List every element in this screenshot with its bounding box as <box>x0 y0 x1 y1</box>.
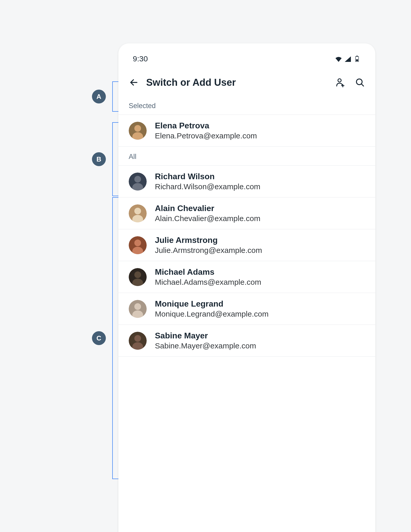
app-bar: Switch or Add User <box>118 69 375 96</box>
avatar <box>129 173 147 191</box>
user-email: Michael.Adams@example.com <box>155 278 261 287</box>
avatar <box>129 122 147 140</box>
page-title: Switch or Add User <box>146 77 328 88</box>
user-list-item[interactable]: Monique LegrandMonique.Legrand@example.c… <box>118 293 375 325</box>
user-list-item[interactable]: Michael AdamsMichael.Adams@example.com <box>118 261 375 293</box>
annotation-bracket-c <box>112 197 118 479</box>
user-name: Richard Wilson <box>155 172 260 181</box>
user-name: Sabine Mayer <box>155 331 256 340</box>
list-item-content: Richard WilsonRichard.Wilson@example.com <box>155 172 260 191</box>
user-email: Julie.Armstrong@example.com <box>155 246 262 255</box>
signal-icon <box>344 56 352 62</box>
avatar <box>129 300 147 318</box>
list-item-content: Michael AdamsMichael.Adams@example.com <box>155 267 261 287</box>
list-item-content: Monique LegrandMonique.Legrand@example.c… <box>155 299 268 318</box>
wifi-icon <box>335 56 342 62</box>
user-plus-icon <box>335 78 345 87</box>
user-list-item[interactable]: Alain ChevalierAlain.Chevalier@example.c… <box>118 197 375 229</box>
user-name: Julie Armstrong <box>155 235 262 245</box>
battery-icon <box>353 56 361 62</box>
status-bar: 9:30 <box>118 43 375 69</box>
user-email: Richard.Wilson@example.com <box>155 182 260 191</box>
user-name: Elena Petrova <box>155 121 257 130</box>
list-item-content: Julie ArmstrongJulie.Armstrong@example.c… <box>155 235 262 255</box>
avatar <box>129 332 147 350</box>
user-list-item[interactable]: Julie ArmstrongJulie.Armstrong@example.c… <box>118 229 375 261</box>
arrow-left-icon <box>129 78 138 87</box>
user-name: Alain Chevalier <box>155 204 260 213</box>
svg-rect-2 <box>356 59 358 61</box>
avatar <box>129 268 147 286</box>
user-name: Monique Legrand <box>155 299 268 309</box>
section-header-all: All <box>118 147 375 166</box>
user-email: Elena.Petrova@example.com <box>155 131 257 140</box>
annotation-bracket-a <box>112 81 118 112</box>
section-header-selected: Selected <box>118 96 375 115</box>
annotation-label-c: C <box>92 331 106 345</box>
all-users-list: Richard WilsonRichard.Wilson@example.com… <box>118 166 375 357</box>
selected-users-list: Elena PetrovaElena.Petrova@example.com <box>118 115 375 147</box>
user-list-item[interactable]: Richard WilsonRichard.Wilson@example.com <box>118 166 375 197</box>
svg-point-4 <box>338 79 341 82</box>
add-user-button[interactable] <box>334 76 347 89</box>
annotation-label-b: B <box>92 152 106 166</box>
user-email: Sabine.Mayer@example.com <box>155 341 256 350</box>
status-icons <box>335 56 361 62</box>
search-button[interactable] <box>354 76 366 89</box>
status-time: 9:30 <box>133 54 148 63</box>
app-bar-actions <box>334 76 366 89</box>
annotation-label-a: A <box>92 90 106 103</box>
phone-frame: 9:30 Switch or Add User <box>118 43 375 532</box>
list-item-content: Elena PetrovaElena.Petrova@example.com <box>155 121 257 140</box>
annotation-bracket-b <box>112 122 118 196</box>
avatar <box>129 236 147 254</box>
user-list-item[interactable]: Elena PetrovaElena.Petrova@example.com <box>118 115 375 147</box>
user-list-item[interactable]: Sabine MayerSabine.Mayer@example.com <box>118 325 375 357</box>
svg-line-8 <box>361 84 364 86</box>
list-item-content: Sabine MayerSabine.Mayer@example.com <box>155 331 256 350</box>
back-button[interactable] <box>128 76 140 89</box>
search-icon <box>355 78 365 87</box>
list-item-content: Alain ChevalierAlain.Chevalier@example.c… <box>155 204 260 223</box>
avatar <box>129 204 147 222</box>
user-name: Michael Adams <box>155 267 261 277</box>
user-email: Alain.Chevalier@example.com <box>155 214 260 223</box>
user-email: Monique.Legrand@example.com <box>155 310 268 318</box>
